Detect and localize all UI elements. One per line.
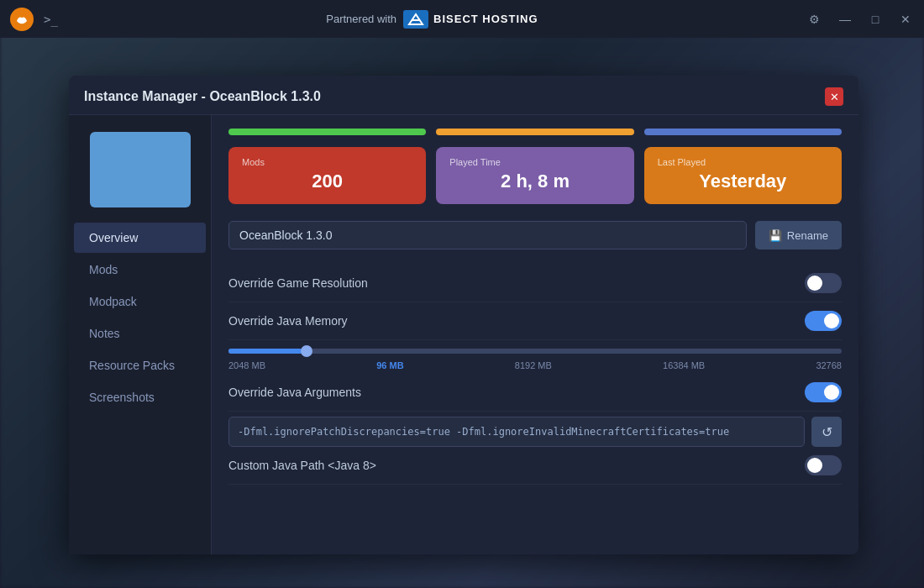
slider-label-2048: 2048 MB — [228, 360, 265, 370]
memory-slider-track[interactable] — [228, 349, 842, 354]
sidebar-item-resource-packs[interactable]: Resource Packs — [74, 350, 206, 381]
override-memory-row: Override Java Memory — [228, 302, 842, 340]
slider-fill — [228, 349, 302, 354]
main-content: Mods 200 Played Time 2 h, 8 m Last Playe… — [212, 115, 858, 554]
stat-cards: Mods 200 Played Time 2 h, 8 m Last Playe… — [228, 147, 842, 204]
slider-thumb[interactable] — [301, 345, 312, 357]
playtime-stat-card: Played Time 2 h, 8 m — [436, 147, 633, 204]
toggle-knob-java — [807, 458, 822, 473]
app-logo — [10, 8, 34, 31]
sidebar-item-mods[interactable]: Mods — [74, 255, 206, 285]
slider-label-8192: 8192 MB — [515, 360, 552, 370]
maximize-button[interactable]: □ — [867, 11, 884, 28]
last-played-value: Yesterday — [658, 171, 828, 192]
override-args-toggle[interactable] — [805, 382, 842, 402]
override-resolution-label: Override Game Resolution — [228, 276, 368, 290]
mods-progress-bar — [228, 129, 426, 135]
override-memory-toggle[interactable] — [805, 311, 842, 331]
custom-java-label: Custom Java Path <Java 8> — [228, 459, 376, 472]
mods-stat-card: Mods 200 — [228, 147, 426, 204]
toggle-knob — [807, 276, 822, 291]
slider-labels: 2048 MB 96 MB 8192 MB 16384 MB 32768 — [228, 360, 842, 370]
override-args-row: Override Java Arguments — [228, 374, 842, 412]
java-args-row: ↺ — [228, 417, 842, 447]
sidebar-item-notes[interactable]: Notes — [74, 318, 206, 349]
toggle-knob-on — [824, 313, 839, 328]
custom-java-toggle[interactable] — [805, 455, 842, 475]
sidebar-item-modpack[interactable]: Modpack — [74, 286, 206, 317]
instance-manager-modal: Instance Manager - OceanBlock 1.3.0 ✕ Ov… — [69, 76, 858, 554]
modal-title: Instance Manager - OceanBlock 1.3.0 — [84, 89, 321, 104]
custom-java-row: Custom Java Path <Java 8> — [228, 447, 842, 485]
settings-icon[interactable]: ⚙ — [806, 11, 823, 28]
playtime-progress-bar — [436, 129, 633, 135]
bisect-logo: BISECT HOSTING — [403, 10, 538, 29]
override-args-label: Override Java Arguments — [228, 386, 361, 399]
instance-name-input[interactable] — [228, 221, 747, 249]
java-args-input[interactable] — [228, 417, 805, 447]
partnered-text: Partnered with — [326, 13, 396, 25]
slider-label-96: 96 MB — [376, 360, 403, 370]
toggle-knob-args — [824, 385, 839, 400]
minimize-button[interactable]: — — [837, 11, 853, 28]
titlebar: >_ Partnered with BISECT HOSTING ⚙ — □ ✕ — [0, 0, 924, 38]
modal-close-button[interactable]: ✕ — [825, 87, 843, 106]
rename-button[interactable]: 💾 Rename — [755, 221, 842, 249]
played-time-value: 2 h, 8 m — [449, 171, 620, 192]
mods-value: 200 — [242, 171, 412, 192]
instance-image — [90, 132, 191, 207]
mods-label: Mods — [242, 157, 412, 167]
bisect-logo-icon — [403, 10, 428, 29]
titlebar-center: Partnered with BISECT HOSTING — [326, 10, 538, 29]
override-resolution-toggle[interactable] — [805, 273, 842, 293]
lastplayed-stat-card: Last Played Yesterday — [644, 147, 842, 204]
memory-slider-section: 2048 MB 96 MB 8192 MB 16384 MB 32768 — [228, 340, 842, 374]
terminal-icon[interactable]: >_ — [44, 13, 58, 26]
override-resolution-row: Override Game Resolution — [228, 265, 842, 302]
slider-label-16384: 16384 MB — [663, 360, 705, 370]
played-time-label: Played Time — [449, 157, 620, 167]
stats-bars — [228, 129, 842, 135]
slider-label-32768: 32768 — [816, 360, 842, 370]
modal-body: Overview Mods Modpack Notes Resource Pac… — [69, 115, 858, 554]
rename-icon: 💾 — [769, 229, 782, 242]
sidebar: Overview Mods Modpack Notes Resource Pac… — [69, 115, 212, 554]
modal-titlebar: Instance Manager - OceanBlock 1.3.0 ✕ — [69, 76, 858, 115]
lastplayed-progress-bar — [644, 129, 842, 135]
rename-row: 💾 Rename — [228, 221, 842, 249]
override-memory-label: Override Java Memory — [228, 314, 348, 328]
reset-args-button[interactable]: ↺ — [811, 417, 842, 447]
bisect-logo-text: BISECT HOSTING — [433, 13, 538, 25]
titlebar-left: >_ — [10, 8, 58, 31]
sidebar-item-overview[interactable]: Overview — [74, 223, 206, 253]
sidebar-item-screenshots[interactable]: Screenshots — [74, 382, 206, 412]
close-button[interactable]: ✕ — [897, 11, 914, 28]
titlebar-right: ⚙ — □ ✕ — [806, 11, 914, 28]
last-played-label: Last Played — [658, 157, 828, 167]
